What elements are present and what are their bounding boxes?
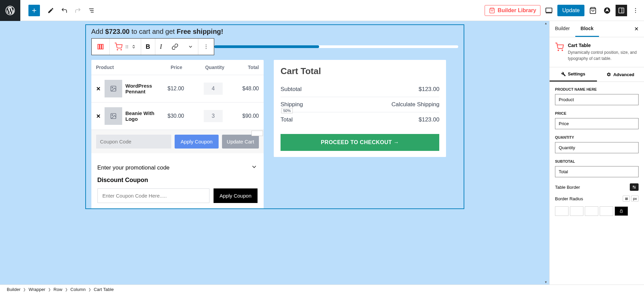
- breadcrumb-item[interactable]: Wrapper: [28, 287, 45, 292]
- settings-sidebar: Builder Block ✕ Cart Table Dynamically c…: [549, 21, 644, 285]
- promo-input[interactable]: [97, 188, 209, 203]
- price-input[interactable]: [555, 118, 639, 129]
- edit-icon[interactable]: [44, 4, 58, 17]
- svg-rect-17: [102, 44, 103, 49]
- br-top-right[interactable]: [570, 206, 583, 216]
- apply-coupon-button[interactable]: Apply Coupon: [175, 135, 219, 149]
- svg-rect-7: [546, 8, 552, 12]
- qty-input[interactable]: 3: [204, 110, 223, 122]
- wordpress-logo[interactable]: [0, 0, 20, 21]
- block-title: Cart Table: [568, 43, 639, 48]
- svg-rect-39: [620, 211, 623, 213]
- desktop-preview-icon[interactable]: [543, 5, 555, 16]
- breadcrumb-item[interactable]: Column: [70, 287, 86, 292]
- promo-title: Discount Coupon: [97, 177, 258, 184]
- br-top-left[interactable]: [555, 206, 569, 216]
- more-options-icon[interactable]: [630, 5, 641, 16]
- builder-library-button[interactable]: Builder Library: [485, 5, 541, 16]
- svg-point-27: [205, 46, 206, 47]
- svg-point-37: [633, 186, 634, 187]
- svg-point-32: [112, 115, 113, 116]
- svg-point-12: [635, 8, 636, 9]
- italic-button[interactable]: I: [155, 39, 167, 55]
- remove-item-button[interactable]: ✕: [96, 113, 101, 119]
- svg-point-18: [117, 49, 118, 50]
- table-border-label: Table Border: [555, 185, 580, 190]
- shipping-progress-bar: [214, 45, 458, 48]
- br-bottom-right[interactable]: [585, 206, 598, 216]
- svg-point-33: [558, 50, 559, 51]
- add-block-button[interactable]: [28, 5, 40, 16]
- subtotal-row: Subtotal$123.00: [281, 82, 439, 97]
- top-bar: Builder Library Update: [0, 0, 644, 21]
- tab-block[interactable]: Block: [575, 21, 599, 37]
- cart-total-title: Cart Total: [281, 66, 439, 76]
- responsive-icon[interactable]: 🖥: [623, 196, 630, 202]
- update-cart-button[interactable]: Update Cart 50%: [222, 135, 259, 149]
- product-thumb: [105, 107, 122, 125]
- br-bottom-left[interactable]: [600, 206, 613, 216]
- field-label: SUBTOTAL: [555, 159, 639, 163]
- theme-icon[interactable]: [601, 5, 613, 16]
- undo-icon[interactable]: [58, 4, 71, 17]
- block-description: Dynamically control position, size, and …: [568, 49, 639, 62]
- more-format-icon[interactable]: [183, 39, 198, 55]
- svg-point-23: [127, 45, 128, 46]
- svg-point-14: [635, 12, 636, 13]
- border-radius-label: Border Radius: [555, 196, 583, 201]
- promo-apply-button[interactable]: Apply Coupon: [214, 188, 258, 203]
- editor-canvas[interactable]: ▲ Add $723.00 to cart and get Free shipp…: [0, 21, 549, 285]
- cart-block-icon[interactable]: [110, 39, 141, 55]
- bag-icon[interactable]: [587, 5, 599, 16]
- close-sidebar-icon[interactable]: ✕: [629, 21, 644, 37]
- svg-point-13: [635, 10, 636, 11]
- cart-table-column: Product Price Quantity Total ✕ WordPress…: [91, 60, 264, 208]
- breadcrumb-item[interactable]: Builder: [7, 287, 20, 292]
- remove-item-button[interactable]: ✕: [96, 86, 101, 92]
- breadcrumb-bar: Builder❯ Wrapper❯ Row❯ Column❯ Cart Tabl…: [0, 285, 644, 294]
- product-name-input[interactable]: [555, 94, 639, 105]
- cart-row: ✕ Beanie With Logo $30.00 3 $90.00: [91, 103, 264, 130]
- tab-builder[interactable]: Builder: [550, 21, 575, 37]
- total-row: Total$123.00: [281, 112, 439, 127]
- svg-point-21: [126, 46, 126, 47]
- field-label: PRODUCT NAME HERE: [555, 87, 639, 91]
- svg-point-19: [121, 49, 121, 50]
- promo-code-box: Enter your promotional code Discount Cou…: [91, 158, 264, 208]
- subtotal-input[interactable]: [555, 166, 639, 177]
- list-view-icon[interactable]: [85, 4, 98, 17]
- update-button[interactable]: Update: [557, 5, 584, 16]
- unit-px[interactable]: px: [631, 196, 639, 202]
- quantity-input[interactable]: [555, 142, 639, 153]
- block-more-icon[interactable]: [198, 39, 214, 55]
- subtab-advanced[interactable]: Advanced: [597, 67, 644, 82]
- product-thumb: [105, 80, 122, 97]
- drag-handle-icon[interactable]: [125, 44, 129, 49]
- chevron-down-icon[interactable]: [251, 163, 258, 172]
- svg-point-26: [205, 45, 206, 45]
- svg-point-25: [127, 48, 128, 48]
- block-toolbar: B I: [91, 38, 214, 55]
- link-button[interactable]: [167, 39, 183, 55]
- coupon-input[interactable]: [96, 135, 171, 149]
- sidebar-toggle-icon[interactable]: [616, 5, 627, 16]
- breadcrumb-item[interactable]: Row: [53, 287, 62, 292]
- calculate-shipping-link[interactable]: Calculate Shipping: [392, 101, 440, 108]
- field-label: QUANTITY: [555, 135, 639, 139]
- settings-icon[interactable]: [630, 183, 639, 191]
- svg-point-34: [562, 50, 563, 51]
- svg-point-20: [126, 45, 126, 46]
- br-lock-icon[interactable]: [615, 206, 628, 216]
- breadcrumb-item[interactable]: Cart Table: [94, 287, 114, 292]
- qty-input[interactable]: 4: [204, 83, 223, 95]
- border-radius-inputs: [555, 206, 639, 216]
- move-updown-icon[interactable]: [131, 43, 136, 51]
- svg-rect-10: [619, 8, 624, 13]
- checkout-button[interactable]: PROCEED TO CHECKOUT →: [281, 134, 439, 151]
- svg-point-28: [205, 48, 206, 49]
- columns-block-icon[interactable]: [92, 39, 110, 55]
- bold-button[interactable]: B: [141, 39, 155, 55]
- redo-icon[interactable]: [71, 4, 85, 17]
- subtab-settings[interactable]: Settings: [550, 67, 597, 82]
- width-badge: 50%: [251, 131, 263, 136]
